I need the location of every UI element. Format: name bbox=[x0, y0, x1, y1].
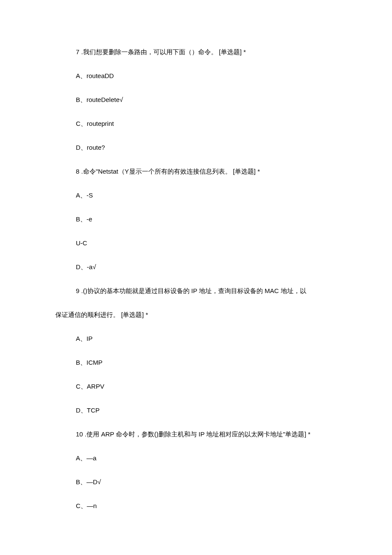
option-7-c: C、routeprint bbox=[55, 119, 337, 129]
document-page: 7 .我们想要删除一条路由，可以用下面（）命令。 [单选题] * A、route… bbox=[0, 0, 392, 550]
option-9-b: B、ICMP bbox=[55, 357, 337, 368]
question-9-stem: 9 .()协议的基本功能就是通过目标设备的 IP 地址，查询目标设备的 MAC … bbox=[55, 286, 337, 296]
option-10-b: B、—D√ bbox=[55, 477, 337, 487]
option-10-c: C、—n bbox=[55, 501, 337, 511]
option-9-c: C、ARPV bbox=[55, 381, 337, 392]
question-text: .我们想要删除一条路由，可以用下面（）命令。 [单选题] * bbox=[81, 48, 246, 55]
question-9-stem-wrap: 保证通信的顺利进行。 [单选题] * bbox=[55, 310, 337, 320]
option-8-c: U-C bbox=[55, 238, 337, 248]
option-9-a: A、IP bbox=[55, 334, 337, 344]
question-text: .命令"Netstat（Y显示一个所有的有效连接信息列表。 [单选题] * bbox=[81, 168, 260, 175]
option-7-b: B、routeDelete√ bbox=[55, 95, 337, 105]
question-8-stem: 8 .命令"Netstat（Y显示一个所有的有效连接信息列表。 [单选题] * bbox=[55, 166, 337, 177]
question-number: 10 bbox=[76, 430, 83, 438]
question-number: 7 bbox=[76, 48, 79, 55]
option-8-d: D、-a√ bbox=[55, 262, 337, 272]
option-7-d: D、route? bbox=[55, 142, 337, 153]
option-8-b: B、-e bbox=[55, 214, 337, 224]
option-7-a: A、routeaDD bbox=[55, 71, 337, 81]
question-text: .使用 ARP 命令时，参数()删除主机和与 IP 地址相对应的以太网卡地址"单… bbox=[85, 430, 311, 438]
question-7-stem: 7 .我们想要删除一条路由，可以用下面（）命令。 [单选题] * bbox=[55, 47, 337, 57]
question-number: 8 bbox=[76, 168, 79, 175]
option-10-a: A、—a bbox=[55, 453, 337, 463]
option-8-a: A、-S bbox=[55, 190, 337, 200]
question-number: 9 bbox=[76, 287, 79, 294]
question-text: .()协议的基本功能就是通过目标设备的 IP 地址，查询目标设备的 MAC 地址… bbox=[81, 287, 306, 294]
question-10-stem: 10 .使用 ARP 命令时，参数()删除主机和与 IP 地址相对应的以太网卡地… bbox=[55, 429, 337, 439]
option-9-d: D、TCP bbox=[55, 405, 337, 416]
